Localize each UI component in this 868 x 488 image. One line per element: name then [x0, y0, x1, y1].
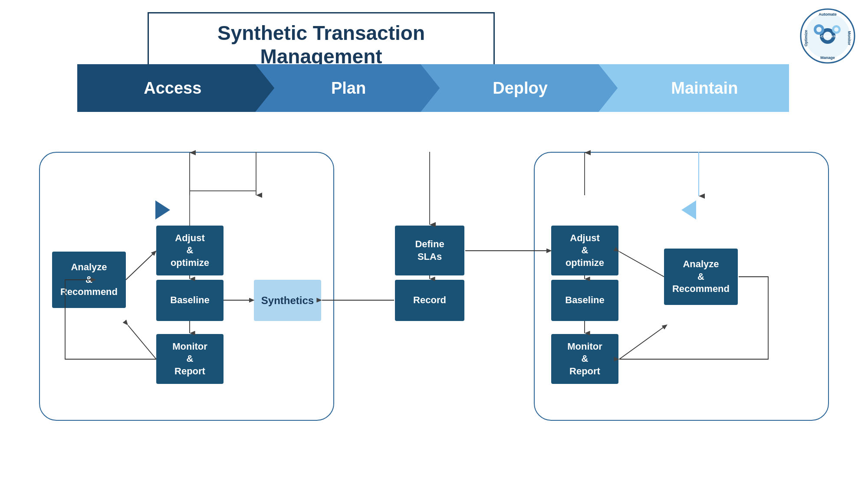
- right-adjust-optimize-node: Adjust&optimize: [551, 226, 618, 275]
- left-analyze-recommend-node: Analyze&Recommend: [52, 252, 126, 308]
- right-monitor-report-node: Monitor&Report: [551, 334, 618, 384]
- right-analyze-recommend-node: Analyze&Recommend: [664, 249, 738, 305]
- process-step-plan: Plan: [255, 64, 421, 112]
- left-adjust-optimize-node: Adjust&optimize: [156, 226, 224, 275]
- process-step-deploy: Deploy: [421, 64, 598, 112]
- synthetics-node: Synthetics: [254, 280, 321, 321]
- diagram: Analyze&Recommend Adjust&optimize Baseli…: [39, 126, 829, 464]
- svg-text:Automate: Automate: [819, 12, 837, 16]
- left-baseline-node: Baseline: [156, 280, 224, 321]
- process-step-maintain: Maintain: [598, 64, 789, 112]
- define-slas-node: DefineSLAs: [395, 226, 464, 275]
- process-bar: Access Plan Deploy Maintain: [77, 64, 789, 112]
- svg-point-5: [816, 27, 822, 32]
- page-title: Synthetic Transaction Management: [217, 22, 425, 68]
- svg-text:Optimize: Optimize: [804, 30, 808, 46]
- svg-point-7: [834, 27, 838, 32]
- right-box-entry-arrow: [681, 200, 696, 219]
- svg-text:Monitor: Monitor: [847, 31, 852, 46]
- record-node: Record: [395, 280, 464, 321]
- process-step-access: Access: [77, 64, 255, 112]
- svg-text:IT-Conductor: IT-Conductor: [817, 34, 838, 38]
- right-baseline-node: Baseline: [551, 280, 618, 321]
- left-monitor-report-node: Monitor&Report: [156, 334, 224, 384]
- left-box-entry-arrow: [155, 200, 170, 219]
- logo: Automate Monitor Manage Optimize IT-Cond…: [799, 8, 856, 64]
- svg-text:Manage: Manage: [820, 56, 835, 60]
